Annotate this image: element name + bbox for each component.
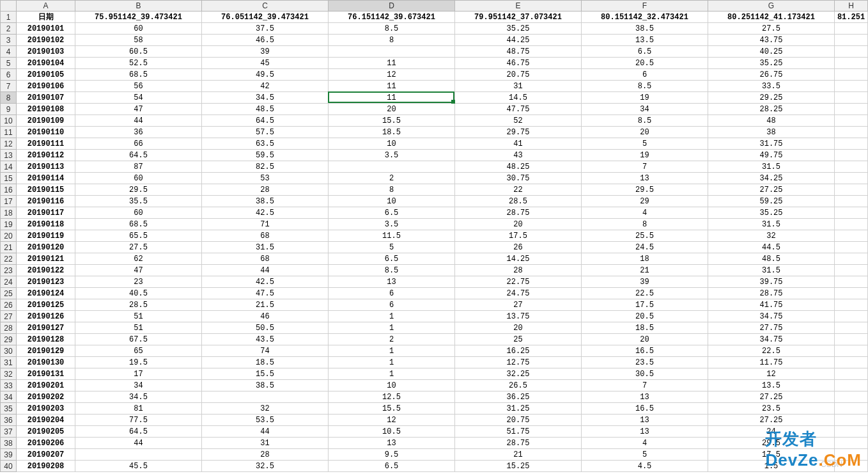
cell-H32[interactable] <box>835 368 868 380</box>
cell-G18[interactable]: 35.25 <box>708 207 835 219</box>
cell-B12[interactable]: 66 <box>75 138 202 150</box>
cell-H20[interactable] <box>835 230 868 242</box>
cell-H40[interactable] <box>835 461 868 472</box>
cell-C36[interactable]: 53.5 <box>202 415 329 426</box>
cell-A26[interactable]: 20190125 <box>17 299 75 311</box>
row-header-10[interactable]: 10 <box>0 115 17 127</box>
cell-E14[interactable]: 48.25 <box>455 161 582 173</box>
row-header-3[interactable]: 3 <box>0 35 17 46</box>
cell-D7[interactable]: 11 <box>329 81 455 92</box>
row-header-6[interactable]: 6 <box>0 69 17 81</box>
row-header-20[interactable]: 20 <box>0 230 17 242</box>
cell-F9[interactable]: 34 <box>582 104 708 115</box>
row-header-12[interactable]: 12 <box>0 138 17 150</box>
cell-B26[interactable]: 28.5 <box>75 299 202 311</box>
row-header-24[interactable]: 24 <box>0 276 17 288</box>
cell-H27[interactable] <box>835 311 868 322</box>
cell-E2[interactable]: 35.25 <box>455 23 582 35</box>
cell-H2[interactable] <box>835 23 868 35</box>
cell-E17[interactable]: 28.5 <box>455 196 582 207</box>
cell-H36[interactable] <box>835 415 868 426</box>
row-header-16[interactable]: 16 <box>0 184 17 196</box>
cell-B1[interactable]: 75.951142_39.473421 <box>75 12 202 23</box>
cell-H35[interactable] <box>835 403 868 415</box>
cell-F2[interactable]: 38.5 <box>582 23 708 35</box>
cell-C20[interactable]: 68 <box>202 230 329 242</box>
cell-G23[interactable]: 31.5 <box>708 265 835 276</box>
cell-C28[interactable]: 50.5 <box>202 322 329 334</box>
cell-A32[interactable]: 20190131 <box>17 368 75 380</box>
cell-H3[interactable] <box>835 35 868 46</box>
cell-E28[interactable]: 20 <box>455 322 582 334</box>
cell-G7[interactable]: 33.5 <box>708 81 835 92</box>
cell-D31[interactable]: 1 <box>329 357 455 368</box>
cell-C10[interactable]: 64.5 <box>202 115 329 127</box>
cell-G22[interactable]: 48.5 <box>708 253 835 265</box>
cell-A35[interactable]: 20190203 <box>17 403 75 415</box>
cell-H33[interactable] <box>835 380 868 391</box>
cell-G28[interactable]: 27.75 <box>708 322 835 334</box>
cell-H23[interactable] <box>835 265 868 276</box>
cell-G36[interactable]: 27.25 <box>708 415 835 426</box>
cell-B14[interactable]: 87 <box>75 161 202 173</box>
row-header-13[interactable]: 13 <box>0 150 17 161</box>
cell-A29[interactable]: 20190128 <box>17 334 75 345</box>
cell-A23[interactable]: 20190122 <box>17 265 75 276</box>
cell-C23[interactable]: 44 <box>202 265 329 276</box>
row-header-18[interactable]: 18 <box>0 207 17 219</box>
cell-G6[interactable]: 26.75 <box>708 69 835 81</box>
spreadsheet-grid[interactable]: ABCDEFGH1日期75.951142_39.47342176.051142_… <box>0 0 868 472</box>
cell-F34[interactable]: 13 <box>582 391 708 403</box>
cell-E19[interactable]: 20 <box>455 219 582 230</box>
cell-F39[interactable]: 5 <box>582 449 708 461</box>
cell-A13[interactable]: 20190112 <box>17 150 75 161</box>
cell-D20[interactable]: 11.5 <box>329 230 455 242</box>
cell-C4[interactable]: 39 <box>202 46 329 58</box>
cell-B19[interactable]: 68.5 <box>75 219 202 230</box>
cell-H21[interactable] <box>835 242 868 253</box>
cell-H37[interactable] <box>835 426 868 438</box>
cell-E37[interactable]: 51.75 <box>455 426 582 438</box>
cell-F17[interactable]: 29 <box>582 196 708 207</box>
cell-E23[interactable]: 28 <box>455 265 582 276</box>
cell-C18[interactable]: 42.5 <box>202 207 329 219</box>
cell-D38[interactable]: 13 <box>329 438 455 449</box>
row-header-17[interactable]: 17 <box>0 196 17 207</box>
cell-B34[interactable]: 34.5 <box>75 391 202 403</box>
cell-G34[interactable]: 27.25 <box>708 391 835 403</box>
cell-C32[interactable]: 15.5 <box>202 368 329 380</box>
cell-F27[interactable]: 20.5 <box>582 311 708 322</box>
row-header-29[interactable]: 29 <box>0 334 17 345</box>
col-header-D[interactable]: D <box>329 0 455 12</box>
cell-B28[interactable]: 51 <box>75 322 202 334</box>
cell-C5[interactable]: 45 <box>202 58 329 69</box>
cell-D18[interactable]: 6.5 <box>329 207 455 219</box>
cell-H15[interactable] <box>835 173 868 184</box>
cell-F36[interactable]: 13 <box>582 415 708 426</box>
cell-G31[interactable]: 11.75 <box>708 357 835 368</box>
cell-H8[interactable] <box>835 92 868 104</box>
cell-A10[interactable]: 20190109 <box>17 115 75 127</box>
cell-D17[interactable]: 10 <box>329 196 455 207</box>
cell-C25[interactable]: 47.5 <box>202 288 329 299</box>
cell-F22[interactable]: 18 <box>582 253 708 265</box>
cell-F8[interactable]: 19 <box>582 92 708 104</box>
cell-C26[interactable]: 21.5 <box>202 299 329 311</box>
cell-A12[interactable]: 20190111 <box>17 138 75 150</box>
row-header-4[interactable]: 4 <box>0 46 17 58</box>
cell-F15[interactable]: 13 <box>582 173 708 184</box>
cell-E20[interactable]: 17.5 <box>455 230 582 242</box>
cell-E22[interactable]: 14.25 <box>455 253 582 265</box>
cell-F28[interactable]: 18.5 <box>582 322 708 334</box>
cell-G32[interactable]: 12 <box>708 368 835 380</box>
cell-G24[interactable]: 39.75 <box>708 276 835 288</box>
cell-E26[interactable]: 27 <box>455 299 582 311</box>
row-header-1[interactable]: 1 <box>0 12 17 23</box>
cell-D30[interactable]: 1 <box>329 345 455 357</box>
cell-B37[interactable]: 64.5 <box>75 426 202 438</box>
cell-B6[interactable]: 68.5 <box>75 69 202 81</box>
cell-G39[interactable]: 17.5 <box>708 449 835 461</box>
cell-D19[interactable]: 3.5 <box>329 219 455 230</box>
cell-E10[interactable]: 52 <box>455 115 582 127</box>
cell-H17[interactable] <box>835 196 868 207</box>
